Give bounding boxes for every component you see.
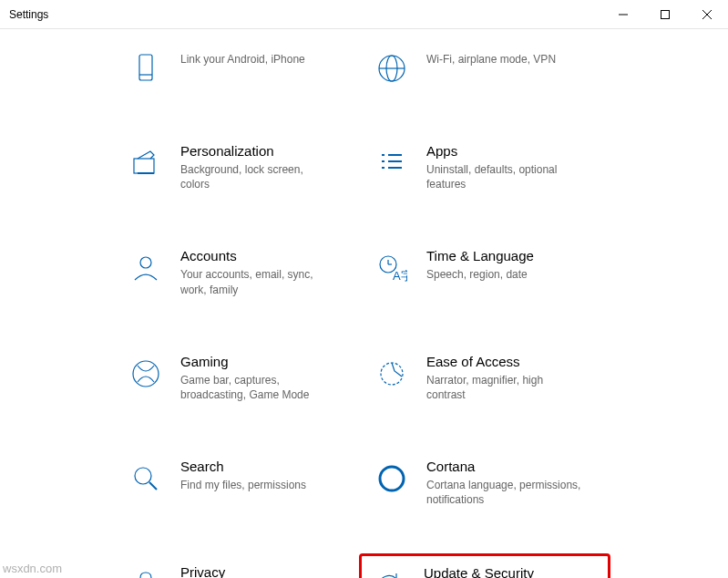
tile-title: Privacy: [180, 564, 327, 579]
phone-icon: [128, 50, 164, 87]
svg-rect-1: [661, 11, 670, 19]
person-icon: [128, 250, 164, 286]
svg-point-26: [380, 467, 404, 490]
tile-desc: Cortana language, permissions, notificat…: [426, 478, 581, 507]
tile-apps[interactable]: Apps Uninstall, defaults, optional featu…: [364, 138, 610, 197]
svg-point-23: [381, 363, 403, 385]
tile-personalization[interactable]: Personalization Background, lock screen,…: [118, 138, 364, 197]
tile-search[interactable]: Search Find my files, permissions: [118, 453, 364, 512]
svg-point-22: [133, 361, 159, 387]
tile-title: Ease of Access: [426, 354, 581, 369]
tile-title: Accounts: [180, 248, 335, 263]
paintbrush-icon: [128, 145, 164, 181]
svg-rect-4: [139, 55, 152, 80]
minimize-button[interactable]: [602, 0, 644, 29]
settings-content: Link your Android, iPhone Wi-Fi, airplan…: [0, 43, 728, 578]
svg-text:A字: A字: [393, 269, 407, 283]
maximize-button[interactable]: [644, 0, 686, 29]
svg-point-17: [140, 257, 151, 268]
time-language-icon: A字: [374, 250, 410, 286]
tile-title: Gaming: [180, 354, 335, 369]
svg-point-24: [135, 468, 151, 484]
tile-desc: Background, lock screen, colors: [180, 162, 335, 191]
close-button[interactable]: [686, 0, 728, 29]
tile-title: Time & Language: [426, 248, 534, 263]
tile-network[interactable]: Wi-Fi, airplane mode, VPN: [364, 43, 610, 92]
search-icon: [128, 460, 164, 497]
tile-desc: Link your Android, iPhone: [180, 52, 305, 67]
tile-gaming[interactable]: Gaming Game bar, captures, broadcasting,…: [118, 348, 364, 408]
tile-update-security[interactable]: Update & Security Windows Update, recove…: [359, 553, 610, 579]
tile-desc: Uninstall, defaults, optional features: [426, 162, 581, 191]
xbox-icon: [128, 356, 164, 392]
window-title: Settings: [0, 8, 48, 21]
svg-line-25: [149, 482, 157, 490]
tile-desc: Game bar, captures, broadcasting, Game M…: [180, 373, 335, 402]
settings-grid: Link your Android, iPhone Wi-Fi, airplan…: [118, 43, 728, 578]
tile-desc: Wi-Fi, airplane mode, VPN: [426, 52, 556, 67]
tile-title: Apps: [426, 143, 581, 159]
tile-title: Update & Security: [424, 565, 579, 579]
tile-desc: Speech, region, date: [426, 267, 534, 282]
globe-icon: [374, 50, 410, 87]
tile-title: Cortana: [426, 459, 581, 474]
tile-time-language[interactable]: A字 Time & Language Speech, region, date: [364, 243, 610, 302]
tile-phone[interactable]: Link your Android, iPhone: [118, 43, 364, 92]
tile-ease-of-access[interactable]: Ease of Access Narrator, magnifier, high…: [364, 348, 610, 408]
watermark: wsxdn.com: [3, 562, 62, 575]
titlebar: Settings: [0, 0, 728, 29]
tile-title: Search: [180, 459, 306, 474]
window-controls: [602, 0, 728, 29]
ease-of-access-icon: [374, 356, 410, 392]
tile-accounts[interactable]: Accounts Your accounts, email, sync, wor…: [118, 243, 364, 302]
tile-title: Personalization: [180, 143, 335, 159]
svg-rect-9: [134, 159, 154, 173]
tile-cortana[interactable]: Cortana Cortana language, permissions, n…: [364, 453, 610, 512]
tile-desc: Find my files, permissions: [180, 478, 306, 492]
tile-privacy[interactable]: Privacy Location, camera, microphone: [118, 559, 364, 579]
cortana-icon: [374, 460, 410, 497]
apps-list-icon: [374, 145, 410, 181]
lock-icon: [128, 566, 164, 579]
tile-desc: Your accounts, email, sync, work, family: [180, 267, 335, 296]
update-icon: [371, 567, 407, 579]
tile-desc: Narrator, magnifier, high contrast: [426, 373, 581, 402]
